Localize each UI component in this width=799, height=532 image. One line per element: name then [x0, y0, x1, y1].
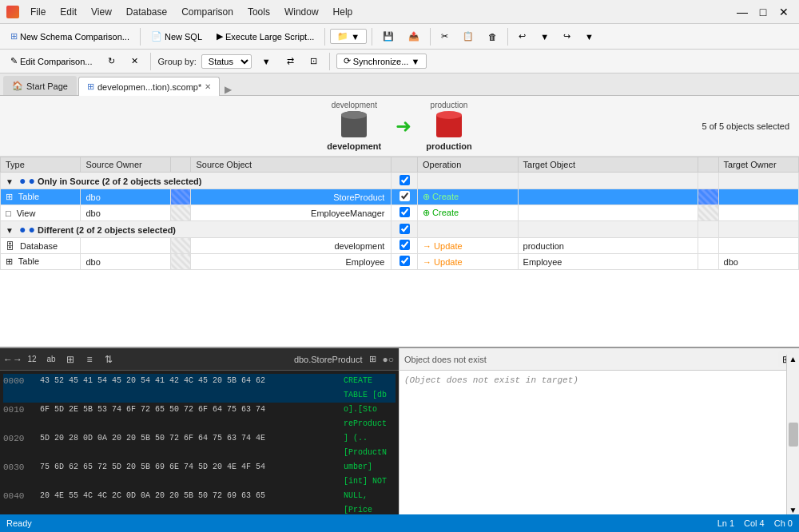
table-row[interactable]: 🗄 Database development → Update producti…	[1, 238, 799, 254]
synchronize-button[interactable]: ⟳ Synchronize... ▼	[336, 54, 427, 69]
comparison-icon: ⊞	[87, 81, 94, 92]
redo-button[interactable]: ↪	[558, 29, 576, 44]
sep4	[430, 28, 431, 46]
tab-close-icon[interactable]: ✕	[205, 82, 211, 91]
redo-dropdown[interactable]: ▼	[579, 30, 599, 44]
close-comparison-button[interactable]: ✕	[125, 54, 144, 69]
ready-status: Ready	[6, 518, 32, 528]
target-db-icon	[436, 111, 462, 140]
hex-format-sort[interactable]: ⇅	[101, 351, 117, 367]
col-source-object: Source Object	[191, 157, 392, 173]
menu-help[interactable]: Help	[327, 5, 360, 19]
menu-window[interactable]: Window	[278, 5, 325, 19]
tab-overflow-icon[interactable]: ▶	[225, 84, 232, 95]
table-row[interactable]: ⊞ Table dbo StoreProduct ⊕ Create	[1, 189, 799, 205]
hex-row: 00205D 20 28 0D 0A 20 20 5B 50 72 6F 64 …	[3, 431, 396, 460]
copy-button[interactable]: 📋	[457, 29, 479, 44]
schema-icon: ⊞	[10, 31, 18, 42]
col-operation: Operation	[418, 157, 519, 173]
edit-comparison-button[interactable]: ✎ Edit Comparison...	[5, 54, 97, 69]
blue-dot2: ●	[29, 174, 35, 187]
tab-comparison[interactable]: ⊞ developmen...tion).scomp* ✕	[78, 77, 220, 96]
new-schema-comparison-button[interactable]: ⊞ New Schema Comparison...	[5, 29, 135, 44]
undo-button[interactable]: ↩	[513, 29, 531, 44]
scroll-down-button[interactable]: ▼	[789, 506, 797, 514]
expand-group1-button[interactable]: ▼	[6, 177, 14, 186]
menu-view[interactable]: View	[85, 5, 118, 19]
tab-bar: 🏠 Start Page ⊞ developmen...tion).scomp*…	[0, 73, 799, 96]
undo-dropdown[interactable]: ▼	[535, 30, 555, 44]
cut-button[interactable]: ✂	[435, 29, 454, 44]
close-button[interactable]: ✕	[775, 3, 793, 21]
scroll-up-button[interactable]: ▲	[789, 355, 797, 363]
swap-button[interactable]: ⇄	[281, 54, 300, 69]
col-target-owner: Target Owner	[718, 157, 798, 173]
source-db-name: development	[327, 141, 381, 151]
hex-row: 00106F 5D 2E 5B 53 74 6F 72 65 50 72 6F …	[3, 403, 396, 431]
col-target-object: Target Object	[518, 157, 698, 173]
hex-content[interactable]: 000043 52 45 41 54 45 20 54 41 42 4C 45 …	[0, 371, 399, 530]
start-page-icon: 🏠	[12, 81, 23, 91]
group2-label: Different (2 of 2 objects selected)	[38, 225, 176, 235]
comparison-table-container[interactable]: Type Source Owner Source Object Operatio…	[0, 157, 799, 347]
target-db-name: production	[426, 141, 471, 151]
row4-checkbox[interactable]	[400, 256, 410, 266]
upload-icon: 📤	[408, 31, 419, 42]
minimize-button[interactable]: —	[733, 3, 751, 21]
app-icon	[6, 6, 19, 18]
menu-comparison[interactable]: Comparison	[175, 5, 240, 19]
menu-file[interactable]: File	[24, 5, 52, 19]
table-row[interactable]: □ View dbo EmployeeManager ⊕ Create	[1, 205, 799, 221]
tab-start-page[interactable]: 🏠 Start Page	[3, 76, 77, 95]
hex-nav-left[interactable]: ←→	[5, 351, 21, 367]
row1-checkbox[interactable]	[400, 191, 410, 201]
table2-icon: ⊞	[6, 256, 13, 266]
hex-ascii: NULL, [Price	[344, 489, 396, 518]
redo-icon: ↪	[563, 31, 570, 42]
hex-format-12[interactable]: 12	[24, 351, 40, 367]
group-by-select[interactable]: Status Type Owner	[201, 54, 252, 69]
row3-checkbox[interactable]	[400, 240, 410, 250]
expand-group2-button[interactable]: ▼	[6, 226, 14, 235]
maximize-button[interactable]: □	[754, 3, 772, 21]
hex-format-list[interactable]: ≡	[81, 351, 97, 367]
menu-database[interactable]: Database	[120, 5, 173, 19]
sync-icon: ⟳	[344, 56, 351, 66]
update1-icon: →	[423, 241, 431, 251]
delete-button[interactable]: 🗑	[483, 30, 503, 44]
table-row[interactable]: ⊞ Table dbo Employee → Update Employee d…	[1, 254, 799, 270]
execute-script-button[interactable]: ▶ Execute Large Script...	[211, 29, 320, 44]
status-right: Ln 1 Col 4 Ch 0	[718, 518, 793, 528]
hex-bytes: 75 6D 62 65 72 5D 20 5B 69 6E 74 5D 20 4…	[40, 460, 337, 489]
hex-toolbar: ←→ 12 ab ⊞ ≡ ⇅ dbo.StoreProduct ⊞ ●○	[0, 348, 399, 371]
arrow-icon: ➜	[396, 115, 411, 137]
group1-checkbox[interactable]	[400, 175, 410, 185]
hex-row: 004020 4E 55 4C 4C 2C 0D 0A 20 20 5B 50 …	[3, 489, 396, 518]
sql-panel: Object does not exist ⊞ (Object does not…	[400, 348, 799, 530]
upload-button[interactable]: 📤	[403, 29, 425, 44]
sql-content[interactable]: (Object does not exist in target)	[400, 371, 799, 530]
sep2	[324, 28, 325, 46]
group-by-label: Group by:	[157, 57, 196, 66]
row2-checkbox[interactable]	[400, 207, 410, 217]
sql-scrollbar[interactable]: ▲ ▼	[786, 355, 799, 514]
filter-button[interactable]: ▼	[256, 54, 276, 69]
fit-button[interactable]: ⊡	[304, 54, 323, 69]
title-bar: File Edit View Database Comparison Tools…	[0, 0, 799, 24]
hex-bytes: 43 52 45 41 54 45 20 54 41 42 4C 45 20 5…	[40, 374, 337, 403]
save-button[interactable]: 💾	[377, 29, 400, 44]
group-row-only-in-source: ▼ ● ● Only in Source (2 of 2 objects sel…	[1, 173, 799, 189]
group2-checkbox[interactable]	[400, 224, 410, 234]
hex-format-ab[interactable]: ab	[43, 351, 59, 367]
hex-dots: ●○	[383, 354, 395, 365]
delete-icon: 🗑	[488, 32, 497, 42]
menu-edit[interactable]: Edit	[54, 5, 83, 19]
col-checkbox1	[171, 157, 191, 173]
dropdown-button[interactable]: 📁 ▼	[330, 29, 367, 44]
menu-tools[interactable]: Tools	[241, 5, 276, 19]
hex-format-grid[interactable]: ⊞	[62, 351, 78, 367]
refresh-button[interactable]: ↻	[102, 54, 121, 69]
new-sql-button[interactable]: 📄 New SQL	[145, 29, 208, 44]
hex-ascii: CREATE TABLE [db	[344, 374, 396, 403]
comparison-table: Type Source Owner Source Object Operatio…	[0, 157, 799, 270]
